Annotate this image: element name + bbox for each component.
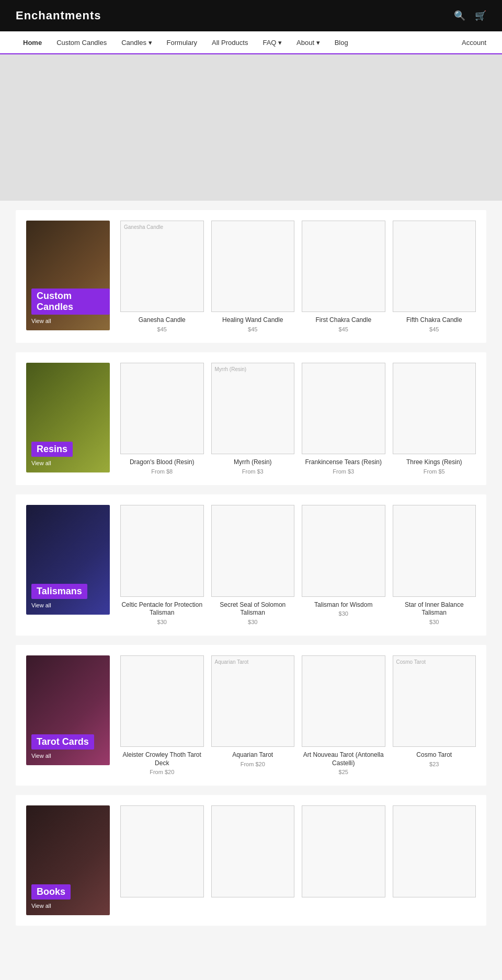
product-card-1-1[interactable]: Myrrh (Resin)Myrrh (Resin)From $3 <box>211 363 295 475</box>
resins-view-all[interactable]: View all <box>31 460 51 466</box>
product-name-1-1: Myrrh (Resin) <box>234 458 272 467</box>
product-card-3-0[interactable]: Aleister Crowley Thoth Tarot DeckFrom $2… <box>120 655 204 776</box>
section-tarot: Tarot CardsView allAleister Crowley Thot… <box>16 645 486 786</box>
product-price-1-0: From $8 <box>151 468 173 475</box>
product-name-1-2: Frankincense Tears (Resin) <box>305 458 382 467</box>
product-name-1-3: Three Kings (Resin) <box>406 458 462 467</box>
tarot-banner-label: Tarot Cards <box>31 734 94 750</box>
product-card-2-3[interactable]: Star of Inner Balance Talisman$30 <box>393 505 476 625</box>
product-card-2-1[interactable]: Secret Seal of Solomon Talisman$30 <box>211 505 295 625</box>
product-name-0-3: Fifth Chakra Candle <box>406 316 462 325</box>
product-name-3-2: Art Nouveau Tarot (Antonella Castelli) <box>302 751 385 767</box>
product-image-label-1-1: Myrrh (Resin) <box>212 363 250 375</box>
product-price-2-0: $30 <box>157 619 167 625</box>
product-price-3-0: From $20 <box>150 769 174 775</box>
product-image-4-3 <box>393 805 476 897</box>
product-image-4-0 <box>120 805 204 897</box>
product-price-1-1: From $3 <box>242 468 264 475</box>
product-price-0-2: $45 <box>339 326 348 332</box>
product-price-2-1: $30 <box>248 619 257 625</box>
product-name-3-1: Aquarian Tarot <box>232 751 273 759</box>
nav-formulary[interactable]: Formulary <box>159 31 205 54</box>
product-card-2-2[interactable]: Talisman for Wisdom$30 <box>302 505 385 625</box>
nav-custom-candles[interactable]: Custom Candles <box>49 31 114 54</box>
product-card-0-2[interactable]: First Chakra Candle$45 <box>302 221 385 332</box>
product-image-1-1: Myrrh (Resin) <box>211 363 295 454</box>
header-icons: 🔍 🛒 <box>454 10 486 21</box>
books-view-all[interactable]: View all <box>31 903 51 909</box>
product-image-2-3 <box>393 505 476 596</box>
product-card-0-3[interactable]: Fifth Chakra Candle$45 <box>393 221 476 332</box>
product-card-1-0[interactable]: Dragon's Blood (Resin)From $8 <box>120 363 204 475</box>
product-name-0-2: First Chakra Candle <box>315 316 371 325</box>
product-name-0-1: Healing Wand Candle <box>222 316 283 325</box>
product-card-0-1[interactable]: Healing Wand Candle$45 <box>211 221 295 332</box>
product-card-0-0[interactable]: Ganesha CandleGanesha Candle$45 <box>120 221 204 332</box>
product-image-3-0 <box>120 655 204 747</box>
product-price-3-3: $23 <box>429 761 439 767</box>
cart-icon[interactable]: 🛒 <box>475 10 486 21</box>
product-card-1-2[interactable]: Frankincense Tears (Resin)From $3 <box>302 363 385 475</box>
talismans-banner-label: Talismans <box>31 584 87 599</box>
tarot-view-all[interactable]: View all <box>31 753 51 759</box>
nav-about[interactable]: About ▾ <box>289 31 327 54</box>
nav-all-products[interactable]: All Products <box>204 31 255 54</box>
nav-blog[interactable]: Blog <box>327 31 356 54</box>
product-price-1-3: From $5 <box>424 468 445 475</box>
product-name-3-3: Cosmo Tarot <box>416 751 452 759</box>
product-card-4-1[interactable] <box>211 805 295 901</box>
product-card-4-2[interactable] <box>302 805 385 901</box>
search-icon[interactable]: 🔍 <box>454 10 465 21</box>
tarot-products: Aleister Crowley Thoth Tarot DeckFrom $2… <box>120 655 476 776</box>
nav-faq[interactable]: FAQ ▾ <box>255 31 289 54</box>
product-image-label-3-1: Aquarian Tarot <box>212 656 252 668</box>
product-image-0-0: Ganesha Candle <box>120 221 204 312</box>
product-name-0-0: Ganesha Candle <box>139 316 186 325</box>
resins-products: Dragon's Blood (Resin)From $8Myrrh (Resi… <box>120 363 476 475</box>
talismans-banner[interactable]: TalismansView all <box>26 505 110 615</box>
product-card-4-0[interactable] <box>120 805 204 901</box>
product-name-2-2: Talisman for Wisdom <box>314 601 372 609</box>
talismans-view-all[interactable]: View all <box>31 602 51 608</box>
product-image-label-3-3: Cosmo Tarot <box>393 656 429 668</box>
books-banner[interactable]: BooksView all <box>26 805 110 915</box>
product-image-2-0 <box>120 505 204 596</box>
product-image-3-3: Cosmo Tarot <box>393 655 476 747</box>
product-card-4-3[interactable] <box>393 805 476 901</box>
product-card-1-3[interactable]: Three Kings (Resin)From $5 <box>393 363 476 475</box>
product-name-3-0: Aleister Crowley Thoth Tarot Deck <box>120 751 204 767</box>
product-price-1-2: From $3 <box>333 468 354 475</box>
candles-view-all[interactable]: View all <box>31 318 51 324</box>
product-image-2-1 <box>211 505 295 596</box>
section-books: BooksView all <box>16 795 486 926</box>
product-card-3-3[interactable]: Cosmo TarotCosmo Tarot$23 <box>393 655 476 776</box>
nav-home[interactable]: Home <box>16 31 49 54</box>
product-image-2-2 <box>302 505 385 596</box>
product-image-1-0 <box>120 363 204 454</box>
product-image-0-2 <box>302 221 385 312</box>
resins-banner-label: Resins <box>31 442 73 457</box>
product-name-2-1: Secret Seal of Solomon Talisman <box>211 601 295 617</box>
product-card-3-1[interactable]: Aquarian TarotAquarian TarotFrom $20 <box>211 655 295 776</box>
resins-banner[interactable]: ResinsView all <box>26 363 110 472</box>
tarot-banner[interactable]: Tarot CardsView all <box>26 655 110 765</box>
product-name-1-0: Dragon's Blood (Resin) <box>130 458 195 467</box>
section-resins: ResinsView allDragon's Blood (Resin)From… <box>16 352 486 485</box>
product-image-3-2 <box>302 655 385 747</box>
product-image-0-1 <box>211 221 295 312</box>
nav-candles[interactable]: Candles ▾ <box>114 31 159 54</box>
product-image-4-1 <box>211 805 295 897</box>
candles-banner[interactable]: Custom CandlesView all <box>26 221 110 330</box>
site-header: Enchantments 🔍 🛒 <box>0 0 502 31</box>
nav-account[interactable]: Account <box>462 39 486 47</box>
product-card-3-2[interactable]: Art Nouveau Tarot (Antonella Castelli)$2… <box>302 655 385 776</box>
talismans-products: Celtic Pentacle for Protection Talisman$… <box>120 505 476 625</box>
section-talismans: TalismansView allCeltic Pentacle for Pro… <box>16 494 486 636</box>
product-image-1-3 <box>393 363 476 454</box>
site-logo[interactable]: Enchantments <box>16 9 101 22</box>
product-image-label-0-0: Ganesha Candle <box>121 221 166 233</box>
product-image-1-2 <box>302 363 385 454</box>
books-products <box>120 805 476 901</box>
product-card-2-0[interactable]: Celtic Pentacle for Protection Talisman$… <box>120 505 204 625</box>
product-price-0-1: $45 <box>248 326 257 332</box>
